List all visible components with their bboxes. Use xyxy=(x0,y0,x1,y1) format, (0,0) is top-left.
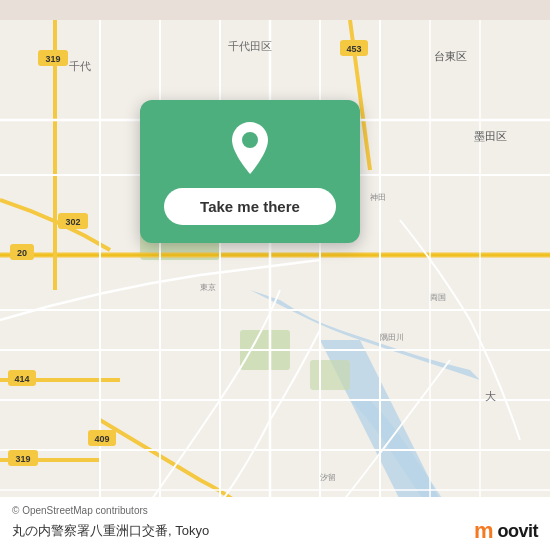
svg-text:東京: 東京 xyxy=(200,283,216,292)
svg-point-50 xyxy=(242,132,258,148)
svg-text:409: 409 xyxy=(94,434,109,444)
svg-text:両国: 両国 xyxy=(430,293,446,302)
svg-rect-3 xyxy=(310,360,350,390)
location-name: 丸の内警察署八重洲口交番, Tokyo xyxy=(12,522,209,540)
svg-text:墨田区: 墨田区 xyxy=(474,130,507,142)
bottom-bar: © OpenStreetMap contributors 丸の内警察署八重洲口交… xyxy=(0,497,550,550)
svg-text:千代: 千代 xyxy=(69,60,91,72)
location-name-row: 丸の内警察署八重洲口交番, Tokyo m oovit xyxy=(12,518,538,544)
map-container: 302 319 20 414 319 409 453 千代田区 千代 台東区 墨… xyxy=(0,0,550,550)
svg-text:319: 319 xyxy=(45,54,60,64)
svg-text:20: 20 xyxy=(17,248,27,258)
map-pin-icon xyxy=(226,120,274,176)
svg-text:汐留: 汐留 xyxy=(320,473,336,482)
svg-text:神田: 神田 xyxy=(370,193,386,202)
take-me-there-button[interactable]: Take me there xyxy=(164,188,336,225)
svg-text:414: 414 xyxy=(14,374,29,384)
svg-text:隅田川: 隅田川 xyxy=(380,333,404,342)
attribution-text: © OpenStreetMap contributors xyxy=(12,505,538,516)
svg-text:302: 302 xyxy=(65,217,80,227)
moovit-logo: m oovit xyxy=(474,518,538,544)
moovit-m-letter: m xyxy=(474,518,494,544)
location-card: Take me there xyxy=(140,100,360,243)
svg-text:千代田区: 千代田区 xyxy=(228,40,272,52)
moovit-wordmark: oovit xyxy=(498,521,539,542)
svg-text:453: 453 xyxy=(346,44,361,54)
svg-text:大: 大 xyxy=(485,390,496,402)
map-background: 302 319 20 414 319 409 453 千代田区 千代 台東区 墨… xyxy=(0,0,550,550)
svg-rect-0 xyxy=(0,20,550,530)
svg-text:319: 319 xyxy=(15,454,30,464)
svg-text:台東区: 台東区 xyxy=(434,50,467,62)
